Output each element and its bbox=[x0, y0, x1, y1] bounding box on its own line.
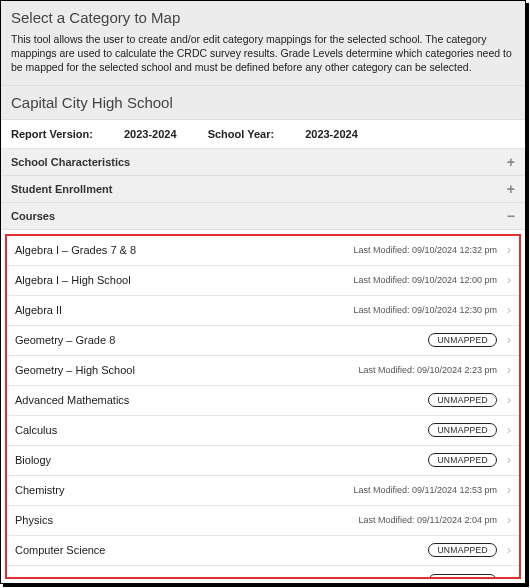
course-name: Biology bbox=[15, 454, 428, 466]
chevron-right-icon: › bbox=[507, 393, 511, 407]
course-name: Algebra I – High School bbox=[15, 274, 353, 286]
course-row[interactable]: Algebra I – High SchoolLast Modified: 09… bbox=[7, 266, 519, 296]
minus-icon: − bbox=[507, 209, 515, 223]
course-row[interactable]: Advanced MathematicsUNMAPPED› bbox=[7, 386, 519, 416]
unmapped-badge: UNMAPPED bbox=[428, 423, 497, 437]
course-row[interactable]: CalculusUNMAPPED› bbox=[7, 416, 519, 446]
course-name: Geometry – Grade 8 bbox=[15, 334, 428, 346]
course-row[interactable]: Data ScienceUNMAPPED› bbox=[7, 566, 519, 579]
intro-text: This tool allows the user to create and/… bbox=[11, 32, 515, 75]
plus-icon: + bbox=[507, 182, 515, 196]
chevron-right-icon: › bbox=[507, 513, 511, 527]
meta-bar: Report Version: 2023-2024 School Year: 2… bbox=[1, 120, 525, 149]
course-row[interactable]: Geometry – High SchoolLast Modified: 09/… bbox=[7, 356, 519, 386]
header-bar: Select a Category to Map This tool allow… bbox=[1, 1, 525, 86]
unmapped-badge: UNMAPPED bbox=[428, 393, 497, 407]
unmapped-badge: UNMAPPED bbox=[428, 543, 497, 557]
course-name: Algebra I – Grades 7 & 8 bbox=[15, 244, 353, 256]
course-name: Calculus bbox=[15, 424, 428, 436]
page-title: Select a Category to Map bbox=[11, 9, 515, 26]
course-name: Algebra II bbox=[15, 304, 353, 316]
course-name: Geometry – High School bbox=[15, 364, 358, 376]
course-row[interactable]: Algebra I – Grades 7 & 8Last Modified: 0… bbox=[7, 236, 519, 266]
unmapped-badge: UNMAPPED bbox=[428, 333, 497, 347]
course-name: Data Science bbox=[15, 575, 428, 579]
chevron-right-icon: › bbox=[507, 483, 511, 497]
course-row[interactable]: PhysicsLast Modified: 09/11/2024 2:04 pm… bbox=[7, 506, 519, 536]
chevron-right-icon: › bbox=[507, 574, 511, 579]
chevron-right-icon: › bbox=[507, 453, 511, 467]
course-row[interactable]: Algebra IILast Modified: 09/10/2024 12:3… bbox=[7, 296, 519, 326]
accordion-courses[interactable]: Courses− bbox=[1, 203, 525, 230]
accordion-label: Courses bbox=[11, 210, 55, 222]
last-modified: Last Modified: 09/11/2024 12:53 pm bbox=[353, 485, 497, 495]
accordion-label: Student Enrollment bbox=[11, 183, 112, 195]
accordion-label: School Characteristics bbox=[11, 156, 130, 168]
course-row[interactable]: ChemistryLast Modified: 09/11/2024 12:53… bbox=[7, 476, 519, 506]
courses-list: Algebra I – Grades 7 & 8Last Modified: 0… bbox=[5, 234, 521, 579]
last-modified: Last Modified: 09/10/2024 12:00 pm bbox=[353, 275, 497, 285]
chevron-right-icon: › bbox=[507, 243, 511, 257]
last-modified: Last Modified: 09/10/2024 12:30 pm bbox=[353, 305, 497, 315]
school-name: Capital City High School bbox=[11, 94, 515, 111]
chevron-right-icon: › bbox=[507, 423, 511, 437]
school-bar: Capital City High School bbox=[1, 86, 525, 120]
chevron-right-icon: › bbox=[507, 363, 511, 377]
chevron-right-icon: › bbox=[507, 273, 511, 287]
last-modified: Last Modified: 09/11/2024 2:04 pm bbox=[358, 515, 497, 525]
report-version: Report Version: 2023-2024 bbox=[11, 128, 180, 140]
last-modified: Last Modified: 09/10/2024 12:32 pm bbox=[353, 245, 497, 255]
chevron-right-icon: › bbox=[507, 333, 511, 347]
last-modified: Last Modified: 09/10/2024 2:23 pm bbox=[358, 365, 497, 375]
school-year: School Year: 2023-2024 bbox=[208, 128, 358, 140]
chevron-right-icon: › bbox=[507, 303, 511, 317]
accordion-school-characteristics[interactable]: School Characteristics+ bbox=[1, 149, 525, 176]
plus-icon: + bbox=[507, 155, 515, 169]
courses-panel: Algebra I – Grades 7 & 8Last Modified: 0… bbox=[1, 230, 525, 583]
course-row[interactable]: Geometry – Grade 8UNMAPPED› bbox=[7, 326, 519, 356]
unmapped-badge: UNMAPPED bbox=[428, 574, 497, 579]
course-name: Computer Science bbox=[15, 544, 428, 556]
chevron-right-icon: › bbox=[507, 543, 511, 557]
unmapped-badge: UNMAPPED bbox=[428, 453, 497, 467]
course-name: Advanced Mathematics bbox=[15, 394, 428, 406]
course-name: Chemistry bbox=[15, 484, 353, 496]
course-row[interactable]: BiologyUNMAPPED› bbox=[7, 446, 519, 476]
course-row[interactable]: Computer ScienceUNMAPPED› bbox=[7, 536, 519, 566]
accordion-student-enrollment[interactable]: Student Enrollment+ bbox=[1, 176, 525, 203]
course-name: Physics bbox=[15, 514, 358, 526]
